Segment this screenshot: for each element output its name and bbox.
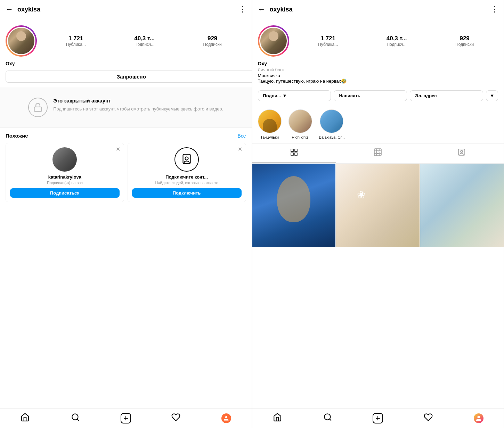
tab-grid[interactable] xyxy=(252,144,336,163)
right-bio-name: Оху xyxy=(258,61,498,66)
photo-2[interactable] xyxy=(336,164,420,247)
right-avatar-inner xyxy=(259,27,288,55)
svg-line-22 xyxy=(330,419,331,421)
left-followers-stat[interactable]: 40,3 т... Подписч... xyxy=(134,35,155,47)
photo-1[interactable] xyxy=(252,164,336,247)
right-posts-stat[interactable]: 1 721 Публика... xyxy=(318,35,338,47)
left-following-stat[interactable]: 929 Подписки xyxy=(203,35,222,47)
right-following-stat[interactable]: 929 Подписки xyxy=(455,35,474,47)
left-avatar-photo xyxy=(8,28,34,54)
svg-point-2 xyxy=(185,157,188,160)
left-following-count: 929 xyxy=(203,35,222,42)
right-posts-label: Публика... xyxy=(318,42,338,47)
left-following-label: Подписки xyxy=(203,42,222,47)
add-icon xyxy=(121,413,131,423)
right-stats: 1 721 Публика... 40,3 т... Подписч... 92… xyxy=(294,35,498,47)
left-more-options-icon[interactable]: ⋮ xyxy=(238,5,246,14)
locked-account-section: Это закрытый аккаунт Подпишитесь на этот… xyxy=(0,87,252,128)
svg-rect-19 xyxy=(458,149,465,155)
right-more-button[interactable]: ▼ xyxy=(486,90,498,101)
right-bio-line1: Москвичка xyxy=(258,73,498,78)
card-1-avatar-img xyxy=(52,147,77,172)
right-profile-section: 1 721 Публика... 40,3 т... Подписч... 92… xyxy=(252,19,504,61)
card-2-name: Подключите конт... xyxy=(132,174,242,180)
tab-reels[interactable] xyxy=(336,144,420,163)
highlight-3[interactable]: Balaklava. Cr... xyxy=(319,109,345,139)
similar-title: Похожие xyxy=(6,133,28,139)
similar-header: Похожие Все xyxy=(6,133,246,139)
svg-point-20 xyxy=(461,150,463,153)
right-email-button[interactable]: Эл. адрес xyxy=(410,90,483,101)
right-bio: Оху Личный блог Москвичка Танцую, путеше… xyxy=(252,61,504,88)
svg-rect-0 xyxy=(34,107,42,112)
similar-cards: ✕ katаrinakrylova Подписан(-а) на вас По… xyxy=(6,143,246,202)
follow-label: Подпи... xyxy=(263,93,281,98)
svg-point-21 xyxy=(324,414,330,420)
photo-3[interactable] xyxy=(420,164,504,247)
highlight-3-img xyxy=(320,110,343,133)
right-followers-count: 40,3 т... xyxy=(387,35,407,42)
highlight-1[interactable]: Танцульки xyxy=(258,109,282,139)
close-card-1-icon[interactable]: ✕ xyxy=(116,146,120,153)
profile-avatar-icon xyxy=(221,413,231,423)
right-followers-stat[interactable]: 40,3 т... Подписч... xyxy=(387,35,407,47)
right-bottom-nav xyxy=(252,408,504,428)
right-search-icon xyxy=(323,413,332,424)
right-nav-add[interactable] xyxy=(369,412,387,425)
svg-line-4 xyxy=(77,419,79,421)
left-stats: 1 721 Публика... 40,3 т... Подписч... 92… xyxy=(42,35,246,47)
left-posts-stat[interactable]: 1 721 Публика... xyxy=(66,35,86,47)
close-card-2-icon[interactable]: ✕ xyxy=(238,146,242,153)
right-following-count: 929 xyxy=(455,35,474,42)
left-posts-label: Публика... xyxy=(66,42,86,47)
right-nav-heart[interactable] xyxy=(420,412,437,425)
right-message-button[interactable]: Написать xyxy=(334,90,407,101)
right-avatar-ring xyxy=(258,25,289,57)
right-nav-profile[interactable] xyxy=(470,412,487,425)
card-1-follow-button[interactable]: Подписаться xyxy=(10,188,120,198)
heart-icon xyxy=(171,413,180,424)
card-1-name: katаrinakrylova xyxy=(10,174,120,180)
similar-card-1: ✕ katаrinakrylova Подписан(-а) на вас По… xyxy=(6,143,124,202)
left-bottom-nav xyxy=(0,408,252,428)
card-2-connect-button[interactable]: Подключить xyxy=(132,188,242,198)
similar-all-link[interactable]: Все xyxy=(237,133,246,139)
left-followers-label: Подписч... xyxy=(134,42,155,47)
right-back-button[interactable]: ← xyxy=(258,5,266,14)
left-panel: ← oxykisa ⋮ 1 721 Публика... 40,3 т... П… xyxy=(0,0,252,428)
lock-title: Это закрытый аккаунт xyxy=(53,98,223,104)
right-bio-line2: Танцую, путешествую, играю на нервах🤣 xyxy=(258,79,498,84)
left-nav-home[interactable] xyxy=(16,412,34,425)
tab-tagged[interactable] xyxy=(420,144,504,163)
card-1-avatar xyxy=(52,147,77,172)
left-nav-heart[interactable] xyxy=(167,412,185,425)
photo-1-img xyxy=(252,164,336,247)
left-nav-profile[interactable] xyxy=(218,412,235,425)
highlight-1-img xyxy=(258,110,281,133)
left-bio: Оху xyxy=(0,61,252,71)
right-nav-home[interactable] xyxy=(269,412,286,425)
svg-rect-8 xyxy=(295,149,297,151)
right-more-options-icon[interactable]: ⋮ xyxy=(490,5,498,14)
right-nav-search[interactable] xyxy=(319,412,336,425)
highlight-2[interactable]: Highlights xyxy=(288,109,312,139)
left-nav-search[interactable] xyxy=(67,412,84,425)
right-home-icon xyxy=(273,413,282,424)
reels-icon xyxy=(374,148,382,158)
highlights-section: Танцульки Highlights Balaklava. Cr... xyxy=(252,105,504,144)
svg-rect-7 xyxy=(291,149,293,151)
right-action-buttons: Подпи... ▼ Написать Эл. адрес ▼ xyxy=(252,88,504,105)
highlight-3-label: Balaklava. Cr... xyxy=(319,135,345,139)
right-bio-category: Личный блог xyxy=(258,67,498,72)
right-follow-button[interactable]: Подпи... ▼ xyxy=(258,90,331,101)
left-nav-add[interactable] xyxy=(117,412,135,425)
left-requested-button[interactable]: Запрошено xyxy=(6,71,252,83)
highlight-2-label: Highlights xyxy=(292,135,308,139)
right-tabs xyxy=(252,144,504,164)
similar-card-2: ✕ Подключите конт... Найдите людей, кото… xyxy=(128,143,246,202)
left-back-button[interactable]: ← xyxy=(6,5,13,14)
highlight-1-label: Танцульки xyxy=(260,135,279,139)
left-followers-count: 40,3 т... xyxy=(134,35,155,42)
left-avatar-ring xyxy=(6,25,37,57)
right-avatar xyxy=(258,25,289,57)
